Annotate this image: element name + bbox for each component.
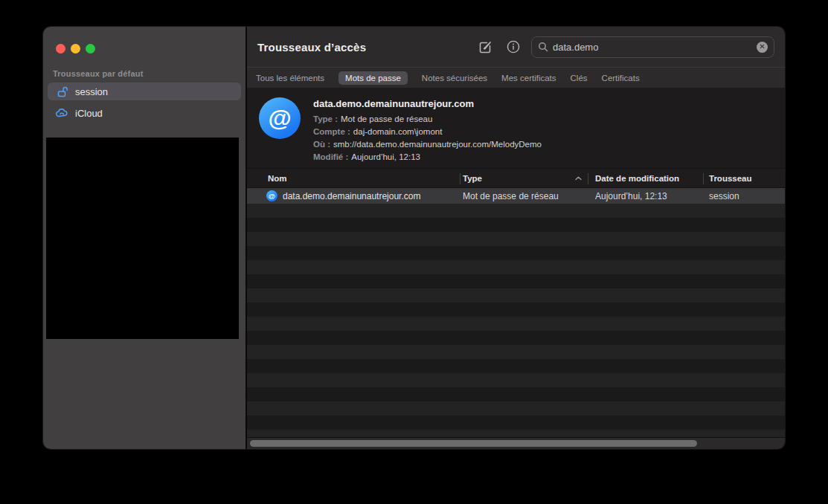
tab-mots-de-passe[interactable]: Mots de passe xyxy=(338,71,408,85)
item-list: @ data.demo.demainunautrejour.com Mot de… xyxy=(247,188,785,437)
table-header: Nom Type Date de modification Trousseau xyxy=(247,168,785,188)
minimize-button[interactable] xyxy=(71,44,80,54)
detail-field-modifie: Modifié :Aujourd’hui, 12:13 xyxy=(313,151,542,164)
sidebar-item-label: session xyxy=(75,86,108,97)
clear-search-icon[interactable]: ✕ xyxy=(757,42,768,53)
traffic-lights xyxy=(56,44,95,54)
tab-notes-securisees[interactable]: Notes sécurisées xyxy=(422,71,487,85)
column-divider[interactable] xyxy=(703,173,704,184)
redacted-region xyxy=(46,138,239,339)
sidebar-section-title: Trousseaux par défaut xyxy=(53,69,144,78)
column-header-nom[interactable]: Nom xyxy=(247,174,460,183)
column-header-type[interactable]: Type xyxy=(460,174,588,183)
horizontal-scrollbar[interactable] xyxy=(247,437,785,449)
cell-trousseau: session xyxy=(703,191,785,201)
sidebar-item-icloud[interactable]: iCloud xyxy=(48,104,241,122)
close-button[interactable] xyxy=(56,44,65,54)
empty-list-stripes xyxy=(247,204,785,437)
tab-certificats[interactable]: Certificats xyxy=(602,71,640,85)
cell-date: Aujourd’hui, 12:13 xyxy=(588,191,703,201)
sort-ascending-icon xyxy=(575,176,582,181)
sidebar: Trousseaux par défaut session iCloud xyxy=(43,27,245,449)
at-mini-icon: @ xyxy=(266,190,277,201)
tab-cles[interactable]: Clés xyxy=(571,71,588,85)
cloud-icon xyxy=(56,107,68,120)
column-header-trousseau[interactable]: Trousseau xyxy=(703,174,785,183)
column-divider[interactable] xyxy=(460,173,460,184)
at-badge-icon: @ xyxy=(259,97,301,139)
tab-tous-les-elements[interactable]: Tous les éléments xyxy=(256,71,324,85)
cell-nom: @ data.demo.demainunautrejour.com xyxy=(247,190,460,201)
column-header-date-de-modification[interactable]: Date de modification xyxy=(588,174,703,183)
info-button[interactable] xyxy=(503,37,524,56)
table-row[interactable]: @ data.demo.demainunautrejour.com Mot de… xyxy=(247,188,785,204)
category-tabbar: Tous les éléments Mots de passe Notes sé… xyxy=(247,67,785,88)
horizontal-scrollbar-thumb[interactable] xyxy=(250,440,697,447)
keychain-access-window: Trousseaux par défaut session iCloud xyxy=(43,27,785,449)
toolbar: Trousseaux d’accès xyxy=(247,27,785,67)
cell-type: Mot de passe de réseau xyxy=(460,191,588,201)
detail-field-ou: Où :smb://data.demo.demainunautrejour.co… xyxy=(313,138,542,151)
sidebar-item-session[interactable]: session xyxy=(48,83,241,100)
tab-mes-certificats[interactable]: Mes certificats xyxy=(501,71,556,85)
detail-title: data.demo.demainunautrejour.com xyxy=(313,98,542,109)
detail-field-compte: Compte :daj-domain.com\jomont xyxy=(313,126,542,138)
zoom-button[interactable] xyxy=(86,44,95,54)
main-panel: Trousseaux d’accès xyxy=(247,27,785,449)
window-title: Trousseaux d’accès xyxy=(257,41,366,54)
sidebar-item-label: iCloud xyxy=(75,108,103,119)
detail-field-type: Type :Mot de passe de réseau xyxy=(313,113,542,126)
compose-icon xyxy=(478,39,493,55)
search-field[interactable]: ✕ xyxy=(531,36,774,58)
search-icon xyxy=(538,42,548,52)
new-item-button[interactable] xyxy=(475,37,495,56)
info-icon xyxy=(506,39,521,54)
column-divider[interactable] xyxy=(588,173,588,184)
item-detail-header: @ data.demo.demainunautrejour.com Type :… xyxy=(247,88,785,168)
search-input[interactable] xyxy=(553,42,752,53)
unlocked-padlock-icon xyxy=(56,85,68,98)
